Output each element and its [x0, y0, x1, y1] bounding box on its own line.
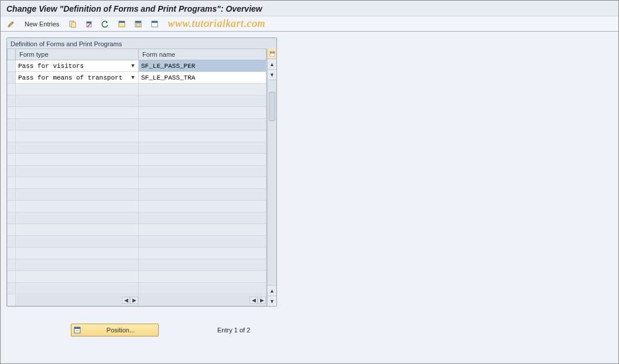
position-button[interactable]: Position... [71, 324, 159, 336]
form-name-input[interactable]: SF_LE_PASS_TRA [139, 72, 266, 83]
table-row [8, 189, 266, 201]
table-settings-icon[interactable] [268, 49, 276, 59]
new-entries-button[interactable]: New Entries [20, 19, 63, 29]
table-row [8, 201, 266, 212]
table-row [8, 177, 266, 189]
scroll-down-icon[interactable]: ▼ [268, 70, 276, 80]
table-row: Pass for visitors▼SF_LE_PASS_PER [8, 60, 266, 72]
row-selector[interactable] [8, 107, 16, 119]
scroll-right-icon[interactable]: ▶ [130, 297, 138, 304]
form-type-dropdown[interactable]: Pass for visitors▼ [16, 60, 138, 71]
svg-rect-3 [87, 22, 91, 23]
table-row [8, 283, 266, 294]
table-row [8, 131, 266, 142]
scroll-left-icon[interactable]: ◀ [122, 297, 130, 304]
forms-panel: Definition of Forms and Print Programs F… [6, 37, 277, 307]
scroll-down-icon[interactable]: ▼ [268, 296, 276, 306]
scroll-up-icon[interactable]: ▲ [268, 285, 276, 296]
content-area: Definition of Forms and Print Programs F… [1, 32, 618, 313]
entry-status: Entry 1 of 2 [217, 327, 250, 334]
row-selector[interactable] [8, 224, 16, 236]
table-row [8, 142, 266, 154]
table-row [8, 224, 266, 236]
hscroll-form-type[interactable]: ◀ ▶ [16, 295, 138, 305]
table-row: Pass for means of transport▼SF_LE_PASS_T… [8, 72, 266, 84]
row-selector[interactable] [8, 72, 16, 84]
row-selector[interactable] [8, 166, 16, 177]
table-row [8, 154, 266, 166]
scroll-left-icon[interactable]: ◀ [249, 297, 258, 304]
svg-rect-9 [136, 23, 140, 26]
select-block-icon[interactable] [131, 19, 145, 29]
row-selector[interactable] [8, 236, 16, 248]
svg-rect-18 [76, 330, 79, 331]
scroll-right-icon[interactable]: ▶ [258, 297, 266, 304]
svg-rect-11 [152, 21, 158, 23]
deselect-all-icon[interactable] [148, 19, 162, 29]
select-all-icon[interactable] [115, 19, 129, 29]
row-selector[interactable] [8, 271, 16, 283]
chevron-down-icon[interactable]: ▼ [129, 63, 137, 69]
form-type-value: Pass for visitors [18, 63, 129, 70]
table-row [8, 84, 266, 95]
row-selector[interactable] [8, 189, 16, 201]
svg-rect-1 [71, 22, 76, 28]
row-selector[interactable] [8, 259, 16, 271]
svg-rect-17 [74, 327, 80, 329]
toggle-display-change-icon[interactable] [4, 19, 18, 29]
app-toolbar: New Entries www.tutorialkart.com [1, 16, 618, 32]
window-title: Change View "Definition of Forms and Pri… [1, 1, 618, 16]
svg-rect-14 [272, 51, 275, 53]
row-selector[interactable] [8, 283, 16, 294]
copy-as-icon[interactable] [66, 19, 80, 29]
row-selector[interactable] [8, 154, 16, 166]
row-selector[interactable] [8, 119, 16, 131]
row-selector[interactable] [8, 95, 16, 107]
scrollbar-track[interactable] [268, 80, 276, 285]
table-row [8, 95, 266, 107]
table-row [8, 271, 266, 283]
form-type-value: Pass for means of transport [18, 74, 129, 81]
table-header-row: Form type Form name [8, 49, 266, 60]
chevron-down-icon[interactable]: ▼ [129, 75, 137, 81]
undo-change-icon[interactable] [98, 19, 112, 29]
table-row [8, 107, 266, 119]
table-row [8, 212, 266, 224]
row-selector[interactable] [8, 131, 16, 142]
panel-title: Definition of Forms and Print Programs [7, 38, 276, 49]
position-icon [71, 327, 83, 334]
scrollbar-thumb[interactable] [269, 92, 275, 121]
row-selector-header[interactable] [8, 49, 16, 60]
table-row [8, 166, 266, 177]
col-header-form-type[interactable]: Form type [16, 49, 139, 60]
svg-rect-15 [270, 54, 275, 56]
table-row [8, 248, 266, 259]
svg-rect-6 [119, 21, 125, 23]
footer: Position... Entry 1 of 2 [1, 313, 618, 348]
form-type-dropdown[interactable]: Pass for means of transport▼ [16, 72, 138, 83]
hscroll-form-name[interactable]: ◀ ▶ [139, 295, 266, 305]
table-row [8, 236, 266, 248]
watermark-text: www.tutorialkart.com [167, 18, 265, 30]
row-selector[interactable] [8, 248, 16, 259]
row-selector[interactable] [8, 201, 16, 212]
row-selector[interactable] [8, 212, 16, 224]
row-selector[interactable] [8, 60, 16, 72]
delete-icon[interactable] [82, 19, 96, 29]
forms-table: Form type Form name Pass for visitors▼SF… [7, 49, 266, 306]
svg-rect-8 [135, 21, 141, 23]
row-selector[interactable] [8, 84, 16, 95]
position-button-label: Position... [83, 327, 158, 334]
row-selector[interactable] [8, 177, 16, 189]
scroll-up-icon[interactable]: ▲ [268, 59, 276, 70]
table-row [8, 259, 266, 271]
row-selector[interactable] [8, 142, 16, 154]
col-header-form-name[interactable]: Form name [139, 49, 266, 60]
svg-rect-13 [270, 51, 272, 53]
vertical-scrollbar[interactable]: ▲ ▼ ▲ ▼ [267, 49, 276, 306]
form-name-input[interactable]: SF_LE_PASS_PER [139, 60, 266, 71]
table-row [8, 119, 266, 131]
